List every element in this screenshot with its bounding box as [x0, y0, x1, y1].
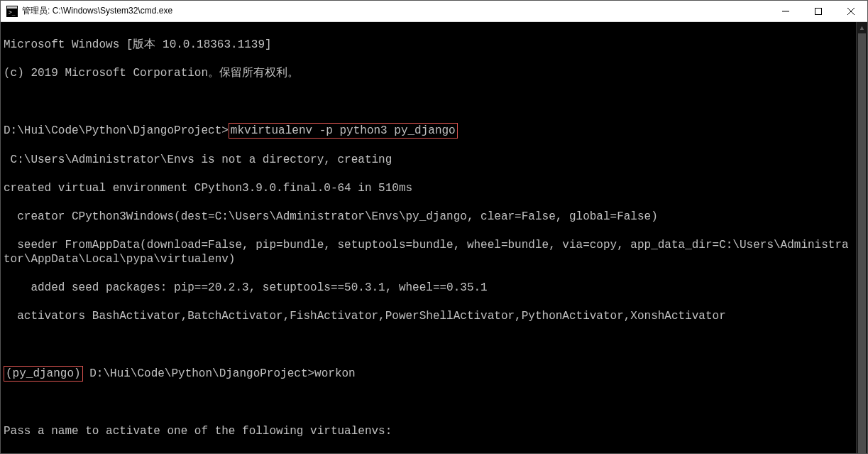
- terminal-line: creator CPython3Windows(dest=C:\Users\Ad…: [4, 210, 853, 224]
- terminal-line: created virtual environment CPython3.9.0…: [4, 181, 853, 195]
- terminal-line: [4, 337, 853, 352]
- terminal-line: D:\Hui\Code\Python\DjangoProject>mkvirtu…: [4, 123, 853, 139]
- scroll-up-arrow[interactable]: ▲: [857, 22, 867, 33]
- terminal-line: (c) 2019 Microsoft Corporation。保留所有权利。: [4, 66, 853, 80]
- titlebar[interactable]: >_ 管理员: C:\Windows\System32\cmd.exe: [1, 1, 867, 22]
- scroll-track[interactable]: [857, 33, 867, 454]
- terminal-line: (py_django) D:\Hui\Code\Python\DjangoPro…: [4, 366, 853, 382]
- highlighted-command: mkvirtualenv -p python3 py_django: [229, 123, 458, 139]
- terminal-line: Microsoft Windows [版本 10.0.18363.1139]: [4, 38, 853, 52]
- terminal-line: seeder FromAppData(download=False, pip=b…: [4, 238, 853, 266]
- svg-text:>_: >_: [9, 9, 16, 16]
- prompt-path: D:\Hui\Code\Python\DjangoProject>: [4, 124, 229, 137]
- cmd-window: >_ 管理员: C:\Windows\System32\cmd.exe Micr…: [0, 0, 868, 454]
- minimize-button[interactable]: [769, 1, 802, 22]
- window-title: 管理员: C:\Windows\System32\cmd.exe: [22, 5, 172, 17]
- terminal-line: [4, 396, 853, 410]
- maximize-button[interactable]: [802, 1, 835, 22]
- close-button[interactable]: [835, 1, 867, 22]
- terminal-output[interactable]: Microsoft Windows [版本 10.0.18363.1139] (…: [1, 22, 856, 454]
- vertical-scrollbar[interactable]: ▲ ▼: [856, 22, 867, 454]
- cmd-icon: >_: [6, 6, 18, 17]
- highlighted-env: (py_django): [4, 366, 83, 382]
- command-text: workon: [314, 367, 356, 380]
- terminal-line: activators BashActivator,BatchActivator,…: [4, 309, 853, 323]
- terminal-line: C:\Users\Administrator\Envs is not a dir…: [4, 153, 853, 167]
- scroll-thumb[interactable]: [858, 33, 866, 454]
- terminal-line: added seed packages: pip==20.2.3, setupt…: [4, 281, 853, 295]
- terminal-line: Pass a name to activate one of the follo…: [4, 424, 853, 438]
- svg-rect-1: [7, 6, 17, 9]
- terminal-line: [4, 94, 853, 109]
- prompt-path: D:\Hui\Code\Python\DjangoProject>: [83, 367, 314, 380]
- svg-rect-4: [815, 8, 822, 14]
